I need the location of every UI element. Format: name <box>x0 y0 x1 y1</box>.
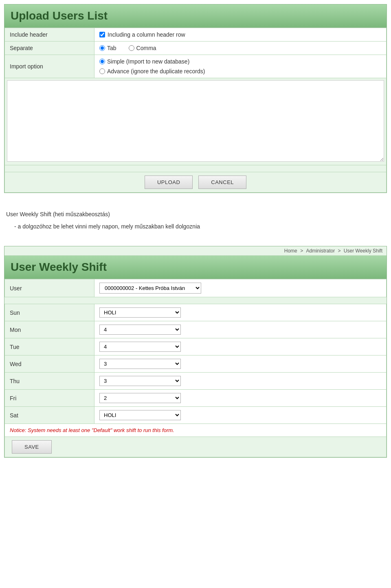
day-value-thu: 3 <box>94 373 387 390</box>
description-section: User Weekly Shift (heti műszakbeosztás) … <box>4 201 387 242</box>
day-row-fri: Fri 2 <box>5 390 387 407</box>
import-option-label: Import option <box>5 55 94 78</box>
advance-import-radio[interactable] <box>99 68 105 74</box>
description-line1: User Weekly Shift (heti műszakbeosztás) <box>6 209 385 219</box>
breadcrumb-page: User Weekly Shift <box>344 248 382 254</box>
day-value-wed: 3 <box>94 355 387 373</box>
advance-import-label[interactable]: Advance (ignore the duplicate records) <box>99 68 381 75</box>
save-button[interactable]: SAVE <box>12 440 52 454</box>
day-row-tue: Tue 4 <box>5 338 387 355</box>
day-row-mon: Mon 4 <box>5 321 387 338</box>
save-cell: SAVE <box>5 437 387 457</box>
textarea-row <box>5 78 387 165</box>
description-line2: - a dolgozóhoz be lehet vinni mely napon… <box>6 222 385 232</box>
cancel-button[interactable]: CANCEL <box>198 176 246 189</box>
day-value-mon: 4 <box>94 321 387 338</box>
day-label-sun: Sun <box>5 304 94 321</box>
shift-select-sat[interactable]: HOLI <box>99 410 181 420</box>
simple-import-text: Simple (Import to new database) <box>107 58 189 65</box>
weekly-shift-title: User Weekly Shift <box>4 256 387 279</box>
comma-radio[interactable] <box>129 45 134 51</box>
day-label-sat: Sat <box>5 407 94 424</box>
notice-text: Notice: System needs at least one "Defau… <box>10 427 174 433</box>
day-row-wed: Wed 3 <box>5 355 387 373</box>
breadcrumb-admin[interactable]: Administrator <box>306 248 335 254</box>
shift-select-sun[interactable]: HOLI <box>99 307 181 318</box>
include-header-row: Include header Including a column header… <box>5 28 387 42</box>
simple-import-radio[interactable] <box>99 59 105 64</box>
user-select[interactable]: 0000000002 - Kettes Próba István <box>99 283 201 294</box>
button-cell: UPLOAD CANCEL <box>5 172 387 193</box>
separate-value: Tab Comma <box>94 42 387 55</box>
shift-select-mon[interactable]: 4 <box>99 325 181 335</box>
shift-table: User 0000000002 - Kettes Próba István Su… <box>4 279 387 457</box>
include-header-label: Include header <box>5 28 94 42</box>
weekly-shift-section: Home > Administrator > User Weekly Shift… <box>4 246 387 458</box>
day-value-sat: HOLI <box>94 407 387 424</box>
day-label-thu: Thu <box>5 373 94 390</box>
spacer-cell <box>5 165 387 172</box>
import-option-row: Import option Simple (Import to new data… <box>5 55 387 78</box>
spacer-cell-1 <box>5 297 387 304</box>
day-row-thu: Thu 3 <box>5 373 387 390</box>
upload-title: Upload Users List <box>4 4 387 28</box>
day-row-sun: Sun HOLI <box>5 304 387 321</box>
day-label-mon: Mon <box>5 321 94 338</box>
spacer-row <box>5 165 387 172</box>
simple-import-label[interactable]: Simple (Import to new database) <box>99 58 381 65</box>
notice-row: Notice: System needs at least one "Defau… <box>5 424 387 437</box>
import-option-group: Simple (Import to new database) Advance … <box>99 58 381 75</box>
button-row: UPLOAD CANCEL <box>5 172 387 193</box>
day-value-tue: 4 <box>94 338 387 355</box>
include-header-checkbox[interactable] <box>99 32 105 37</box>
upload-users-list-section: Upload Users List Include header Includi… <box>4 4 387 193</box>
tab-radio-text: Tab <box>107 45 116 51</box>
include-header-checkbox-label[interactable]: Including a column header row <box>99 31 381 38</box>
separate-row: Separate Tab Comma <box>5 42 387 55</box>
day-label-tue: Tue <box>5 338 94 355</box>
tab-radio-label[interactable]: Tab <box>99 45 116 51</box>
shift-select-wed[interactable]: 3 <box>99 359 181 369</box>
include-header-checkbox-text: Including a column header row <box>108 31 185 38</box>
breadcrumb: Home > Administrator > User Weekly Shift <box>4 246 387 256</box>
separate-label: Separate <box>5 42 94 55</box>
import-option-value: Simple (Import to new database) Advance … <box>94 55 387 78</box>
user-row: User 0000000002 - Kettes Próba István <box>5 279 387 297</box>
day-label-fri: Fri <box>5 390 94 407</box>
include-header-value: Including a column header row <box>94 28 387 42</box>
textarea-cell <box>5 78 387 165</box>
notice-cell: Notice: System needs at least one "Defau… <box>5 424 387 437</box>
upload-textarea[interactable] <box>7 80 384 162</box>
tab-radio[interactable] <box>99 45 105 51</box>
shift-select-thu[interactable]: 3 <box>99 376 181 386</box>
day-value-fri: 2 <box>94 390 387 407</box>
spacer-row-1 <box>5 297 387 304</box>
upload-form-table: Include header Including a column header… <box>4 28 387 193</box>
day-label-wed: Wed <box>5 355 94 373</box>
user-value-cell: 0000000002 - Kettes Próba István <box>94 279 387 297</box>
comma-radio-text: Comma <box>136 45 156 51</box>
advance-import-text: Advance (ignore the duplicate records) <box>107 68 205 75</box>
user-label: User <box>5 279 94 297</box>
day-row-sat: Sat HOLI <box>5 407 387 424</box>
shift-select-tue[interactable]: 4 <box>99 342 181 352</box>
shift-select-fri[interactable]: 2 <box>99 393 181 403</box>
separate-radio-group: Tab Comma <box>99 45 381 51</box>
save-row: SAVE <box>5 437 387 457</box>
upload-button[interactable]: UPLOAD <box>145 176 193 189</box>
day-value-sun: HOLI <box>94 304 387 321</box>
comma-radio-label[interactable]: Comma <box>129 45 156 51</box>
breadcrumb-home[interactable]: Home <box>284 248 297 254</box>
